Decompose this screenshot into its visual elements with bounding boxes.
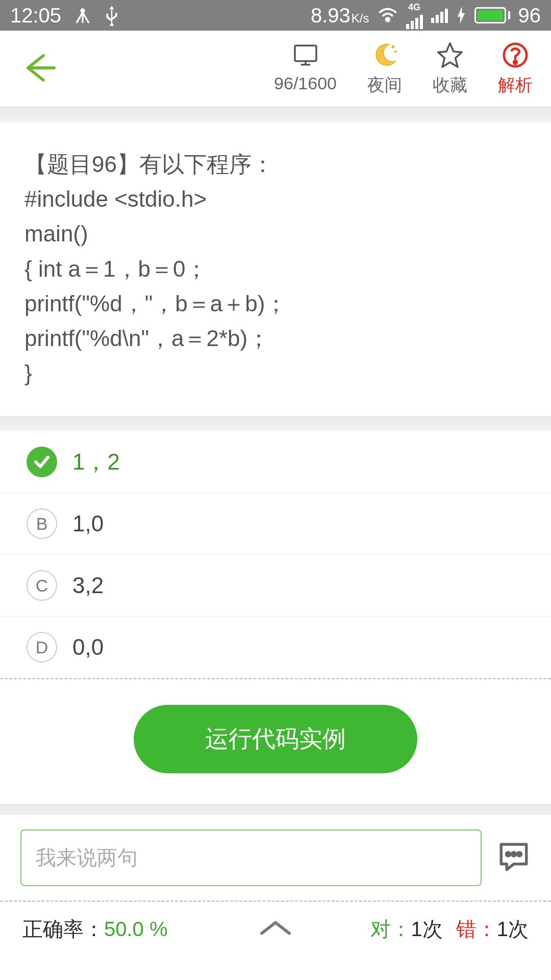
charging-icon [456,7,466,24]
question-body: 【题目96】有以下程序： #include <stdio.h> main() {… [0,122,551,416]
option-letter: B [27,508,57,539]
option-b[interactable]: B 1,0 [0,493,551,555]
question-line: { int a＝1，b＝0； [24,252,527,286]
option-text: 3,2 [72,573,104,598]
night-label: 夜间 [367,74,402,97]
status-battery-pct: 96 [518,4,541,27]
check-icon [27,447,57,477]
option-a[interactable]: 1，2 [0,431,551,493]
svg-point-0 [81,9,84,12]
comment-section: 我来说两句 [0,815,551,900]
chevron-up-icon[interactable] [257,918,294,941]
question-line: printf("%d\n"，a＝2*b)； [24,321,527,356]
wrong-label: 错： [456,918,497,940]
svg-rect-5 [295,45,316,61]
question-line: 【题目96】有以下程序： [24,147,527,182]
wifi-icon [378,7,398,23]
svg-line-2 [77,12,83,23]
svg-point-12 [507,852,510,856]
svg-point-11 [514,61,517,64]
option-text: 1，2 [72,447,120,477]
comment-placeholder: 我来说两句 [36,846,138,869]
wrong-value: 1次 [497,918,529,940]
signal-icon [406,14,423,29]
toolbar: 96/1600 夜间 收藏 解析 [0,31,551,107]
question-line: printf("%d，"，b＝a＋b)； [24,286,527,321]
separator [0,107,551,122]
svg-point-9 [394,51,396,53]
question-line: #include <stdio.h> [24,182,527,216]
option-letter: C [27,570,57,601]
option-letter: D [27,632,57,663]
accuracy-value: 50.0 % [104,918,168,940]
status-bar: 12:05 8.93K/s 4G 96 [0,0,551,31]
usb-icon [104,5,119,26]
favorite-label: 收藏 [433,74,467,97]
comment-input[interactable]: 我来说两句 [20,829,482,886]
comments-icon[interactable] [497,840,531,876]
run-code-button[interactable]: 运行代码实例 [134,705,417,773]
stats-bar[interactable]: 正确率：50.0 % 对：1次 错：1次 [0,900,551,957]
status-speed: 8.93K/s [311,4,369,27]
question-line: main() [24,216,527,251]
options-list: 1，2 B 1,0 C 3,2 D 0,0 [0,431,551,679]
status-time: 12:05 [10,4,61,27]
option-c[interactable]: C 3,2 [0,555,551,617]
counter-label: 96/1600 [274,74,337,93]
svg-point-8 [392,45,394,48]
separator [0,804,551,815]
option-d[interactable]: D 0,0 [0,617,551,679]
back-button[interactable] [20,50,57,88]
right-value: 1次 [411,918,443,940]
battery-icon [474,7,510,23]
run-section: 运行代码实例 [0,679,551,804]
right-label: 对： [370,918,411,940]
svg-point-13 [512,852,516,856]
svg-point-4 [386,18,389,21]
separator [0,416,551,431]
toolbar-night[interactable]: 夜间 [367,41,402,97]
toolbar-counter[interactable]: 96/1600 [274,41,337,97]
analysis-label: 解析 [498,74,533,97]
svg-point-14 [518,852,521,856]
option-text: 1,0 [72,511,104,536]
toolbar-analysis[interactable]: 解析 [498,41,533,97]
toolbar-favorite[interactable]: 收藏 [433,41,467,97]
signal-icon-2 [431,8,448,23]
question-line: } [24,356,527,390]
option-text: 0,0 [72,634,104,660]
svg-line-3 [83,12,89,23]
tripod-icon [73,6,92,24]
accuracy-label: 正确率： [22,918,104,940]
